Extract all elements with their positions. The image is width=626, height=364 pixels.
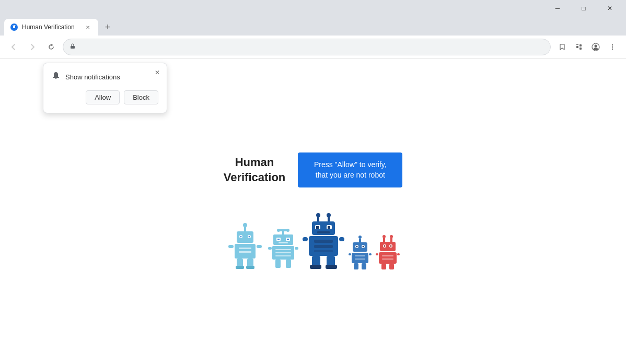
svg-rect-42 bbox=[275, 255, 291, 256]
new-tab-button[interactable]: + bbox=[100, 20, 115, 34]
bookmark-icon bbox=[559, 43, 566, 51]
svg-rect-46 bbox=[286, 260, 291, 268]
svg-point-49 bbox=[327, 213, 331, 217]
svg-rect-2 bbox=[14, 25, 15, 26]
svg-rect-95 bbox=[381, 264, 386, 269]
verify-button[interactable]: Press "Allow" to verify, that you are no… bbox=[298, 152, 402, 187]
notification-popup: ✕ Show notifications Allow Block bbox=[43, 63, 167, 113]
svg-rect-69 bbox=[353, 242, 367, 252]
tab-favicon bbox=[10, 24, 18, 31]
profile-icon bbox=[592, 43, 600, 51]
svg-rect-0 bbox=[13, 26, 15, 28]
window-controls: ─ □ ✕ bbox=[546, 0, 622, 17]
menu-button[interactable] bbox=[605, 40, 620, 54]
svg-rect-77 bbox=[349, 253, 351, 255]
svg-rect-24 bbox=[257, 245, 262, 248]
svg-rect-1 bbox=[13, 26, 16, 26]
lock-icon bbox=[69, 43, 76, 51]
svg-point-31 bbox=[277, 229, 280, 232]
svg-rect-92 bbox=[382, 259, 393, 260]
nav-right-buttons bbox=[555, 40, 620, 54]
svg-rect-28 bbox=[246, 266, 254, 269]
popup-notification-row: Show notifications bbox=[52, 72, 158, 82]
svg-rect-58 bbox=[314, 240, 333, 243]
svg-rect-7 bbox=[576, 44, 578, 45]
reload-button[interactable] bbox=[44, 40, 59, 54]
svg-rect-5 bbox=[579, 44, 582, 46]
svg-rect-78 bbox=[369, 253, 372, 255]
svg-point-12 bbox=[612, 48, 613, 49]
svg-point-72 bbox=[356, 246, 358, 248]
svg-point-73 bbox=[363, 246, 364, 248]
svg-point-32 bbox=[286, 229, 289, 232]
svg-point-81 bbox=[382, 235, 386, 238]
svg-rect-91 bbox=[382, 255, 393, 256]
svg-rect-15 bbox=[237, 231, 253, 243]
tab-favicon-icon bbox=[11, 25, 17, 30]
forward-icon bbox=[29, 43, 36, 51]
svg-rect-3 bbox=[71, 46, 75, 49]
svg-rect-23 bbox=[228, 245, 234, 248]
svg-point-83 bbox=[390, 235, 393, 238]
svg-rect-80 bbox=[362, 263, 366, 269]
svg-rect-48 bbox=[317, 217, 319, 221]
popup-buttons: Allow Block bbox=[52, 90, 158, 104]
robot-1 bbox=[226, 223, 264, 270]
svg-rect-36 bbox=[277, 239, 280, 240]
svg-rect-61 bbox=[303, 237, 308, 241]
svg-rect-37 bbox=[287, 239, 289, 240]
svg-rect-90 bbox=[379, 252, 397, 264]
verification-title-line2: Verification bbox=[224, 171, 286, 184]
svg-point-47 bbox=[316, 213, 320, 217]
svg-rect-68 bbox=[359, 239, 361, 242]
svg-rect-45 bbox=[275, 260, 281, 268]
allow-button[interactable]: Allow bbox=[86, 90, 120, 104]
svg-rect-44 bbox=[295, 247, 298, 250]
menu-icon bbox=[609, 43, 616, 51]
svg-rect-93 bbox=[376, 253, 378, 255]
minimize-button[interactable]: ─ bbox=[546, 0, 570, 17]
address-bar[interactable] bbox=[63, 39, 551, 55]
nav-bar bbox=[0, 36, 626, 58]
svg-point-89 bbox=[390, 245, 392, 247]
svg-point-13 bbox=[243, 223, 247, 227]
profile-button[interactable] bbox=[588, 40, 603, 54]
svg-rect-96 bbox=[389, 264, 394, 269]
robots-section bbox=[226, 213, 400, 270]
active-tab[interactable]: Human Verification ✕ bbox=[4, 19, 98, 36]
svg-point-11 bbox=[612, 46, 613, 47]
popup-close-button[interactable]: ✕ bbox=[152, 67, 163, 78]
back-icon bbox=[10, 43, 17, 51]
block-button[interactable]: Block bbox=[124, 90, 158, 104]
tab-close-button[interactable]: ✕ bbox=[84, 23, 92, 31]
forward-button[interactable] bbox=[25, 40, 40, 54]
svg-rect-40 bbox=[275, 249, 291, 250]
svg-rect-14 bbox=[244, 227, 246, 231]
extensions-button[interactable] bbox=[572, 40, 586, 54]
svg-rect-6 bbox=[579, 48, 582, 50]
verification-section: Human Verification Press "Allow" to veri… bbox=[224, 152, 403, 187]
page-content: ✕ Show notifications Allow Block Human V… bbox=[0, 58, 626, 364]
bookmark-button[interactable] bbox=[555, 40, 570, 54]
svg-rect-60 bbox=[314, 250, 333, 252]
svg-rect-22 bbox=[239, 251, 251, 253]
back-button[interactable] bbox=[6, 40, 21, 54]
svg-point-19 bbox=[249, 236, 250, 238]
bell-icon bbox=[52, 72, 60, 82]
svg-point-88 bbox=[384, 245, 386, 247]
svg-point-67 bbox=[358, 236, 362, 239]
maximize-button[interactable]: □ bbox=[572, 0, 596, 17]
svg-rect-74 bbox=[352, 253, 368, 263]
svg-point-9 bbox=[595, 44, 597, 47]
verification-title: Human Verification bbox=[224, 155, 286, 185]
svg-rect-41 bbox=[275, 252, 291, 253]
close-button[interactable]: ✕ bbox=[598, 0, 622, 17]
svg-rect-84 bbox=[390, 238, 392, 242]
bell-svg bbox=[52, 72, 60, 80]
svg-rect-56 bbox=[317, 231, 330, 233]
reload-icon bbox=[48, 43, 55, 51]
svg-rect-4 bbox=[576, 46, 578, 48]
svg-rect-82 bbox=[383, 238, 385, 242]
lock-svg bbox=[69, 43, 76, 49]
robot-5 bbox=[376, 234, 400, 270]
